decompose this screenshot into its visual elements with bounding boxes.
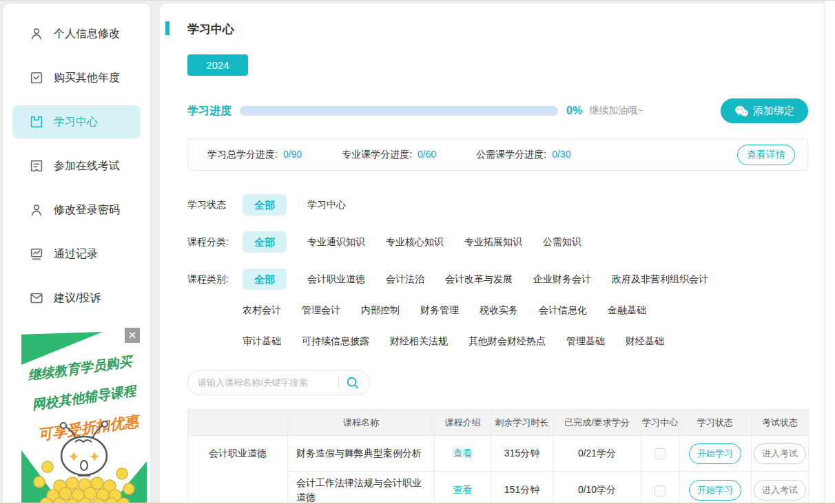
filter-option-all[interactable]: 全部 — [243, 231, 287, 253]
header-remaining-time: 剩余学习时长 — [491, 410, 553, 436]
sidebar-item-online-exam[interactable]: 参加在线考试 — [12, 149, 141, 182]
header-group — [188, 410, 288, 436]
filter-option[interactable]: 会计改革与发展 — [445, 269, 513, 290]
filter-option-all[interactable]: 全部 — [243, 194, 287, 216]
sidebar-menu: 个人信息修改 购买其他年度 学习中心 参加在线考试 修改登录密码 通过记录 建议… — [3, 3, 150, 320]
filter-option[interactable]: 审计基础 — [243, 330, 281, 352]
close-icon[interactable]: ✕ — [125, 328, 140, 343]
check-square-icon — [29, 70, 44, 85]
filter-option[interactable]: 其他财会财经热点 — [468, 330, 546, 352]
person-icon — [29, 202, 44, 218]
filter-option[interactable]: 专业核心知识 — [386, 231, 444, 253]
filter-option[interactable]: 会计职业道德 — [307, 269, 365, 290]
add-binding-button[interactable]: 添加绑定 — [721, 98, 808, 123]
select-course-checkbox[interactable] — [654, 485, 666, 496]
filter-study-status: 学习状态 全部 学习中心 — [187, 194, 808, 216]
course-name: 会计工作法律法规与会计职业道德 — [288, 472, 435, 504]
filter-option[interactable]: 管理基础 — [566, 330, 605, 352]
filter-option[interactable]: 专业通识知识 — [307, 231, 365, 253]
bookmark-icon — [29, 114, 44, 129]
start-study-button[interactable]: 开始学习 — [689, 480, 741, 501]
chart-icon — [29, 246, 44, 262]
filter-course-category: 课程类别: 全部 会计职业道德 会计法治 会计改革与发展 企业财务会计 政府及非… — [187, 269, 808, 352]
filter-option[interactable]: 内部控制 — [361, 300, 400, 321]
filter-option[interactable]: 金融基础 — [608, 300, 646, 321]
filter-course-classification: 课程分类: 全部 专业通识知识 专业核心知识 专业拓展知识 公需知识 — [187, 231, 808, 253]
scrollbar-track[interactable] — [824, 1, 835, 504]
header-exam-status: 考试状态 — [752, 410, 809, 436]
table-row: 会计职业道德 财务造假与舞弊典型案例分析 查看 315分钟 0/21学分 开始学… — [188, 436, 809, 472]
sidebar-item-feedback[interactable]: 建议/投诉 — [12, 282, 141, 315]
header-course-intro: 课程介绍 — [435, 410, 491, 436]
progress-percent: 0% — [566, 105, 582, 117]
stat-value: 0/90 — [283, 149, 302, 160]
sidebar-item-label: 参加在线考试 — [54, 159, 120, 174]
filter-option[interactable]: 专业拓展知识 — [464, 231, 522, 253]
document-icon — [29, 158, 44, 174]
remaining-time: 315分钟 — [491, 436, 553, 472]
envelope-icon — [29, 291, 44, 306]
sidebar-item-personal-info[interactable]: 个人信息修改 — [12, 17, 141, 50]
sidebar-item-label: 建议/投诉 — [54, 291, 101, 306]
header-course-name: 课程名称 — [288, 410, 435, 436]
filter-option[interactable]: 会计信息化 — [539, 300, 587, 321]
filter-option[interactable]: 企业财务会计 — [533, 269, 591, 290]
page-title: 学习中心 — [187, 21, 234, 37]
select-course-checkbox[interactable] — [654, 448, 666, 459]
sidebar-item-label: 个人信息修改 — [54, 27, 120, 41]
filter-option[interactable]: 农村会计 — [243, 300, 281, 321]
sidebar-item-buy-other-years[interactable]: 购买其他年度 — [12, 61, 141, 94]
promo-line-2: 网校其他辅导课程 — [21, 380, 147, 415]
filter-label: 学习状态 — [187, 194, 243, 216]
search-divider — [338, 377, 339, 389]
main-content: 学习中心 2024 学习进度 0% 继续加油哦~ 添加绑定 学习总学分进度: 0… — [160, 3, 824, 504]
filter-option[interactable]: 财务管理 — [420, 300, 459, 321]
search-input[interactable] — [198, 377, 331, 388]
sidebar-item-study-center[interactable]: 学习中心 — [12, 105, 141, 138]
stat-value: 0/60 — [418, 149, 436, 160]
remaining-time: 151分钟 — [491, 472, 553, 504]
total-credit-progress: 学习总学分进度: 0/90 — [207, 149, 302, 161]
filter-option[interactable]: 政府及非营利组织会计 — [612, 269, 708, 290]
sidebar-item-change-password[interactable]: 修改登录密码 — [12, 193, 141, 227]
search-icon[interactable] — [346, 376, 360, 390]
progress-section: 学习进度 0% 继续加油哦~ 添加绑定 — [187, 98, 808, 123]
course-name: 财务造假与舞弊典型案例分析 — [288, 436, 435, 472]
filter-option-all[interactable]: 全部 — [243, 269, 287, 290]
filter-option[interactable]: 可持续信息披露 — [302, 330, 369, 352]
stat-value: 0/30 — [552, 149, 570, 160]
filter-option[interactable]: 公需知识 — [543, 231, 581, 253]
add-binding-label: 添加绑定 — [753, 105, 794, 118]
enter-exam-button[interactable]: 进入考试 — [754, 480, 806, 501]
year-tab-2024[interactable]: 2024 — [187, 54, 248, 76]
filter-option[interactable]: 税收实务 — [480, 300, 518, 321]
professional-credit-progress: 专业课学分进度: 0/60 — [342, 149, 436, 161]
header-study-status: 学习状态 — [679, 410, 752, 436]
filter-label: 课程类别: — [187, 269, 243, 290]
wechat-icon — [734, 105, 748, 117]
view-details-button[interactable]: 查看详情 — [737, 145, 795, 165]
credit-progress-box: 学习总学分进度: 0/90 专业课学分进度: 0/60 公需课学分进度: 0/3… — [187, 138, 808, 171]
course-search — [187, 370, 370, 395]
filter-option[interactable]: 管理会计 — [302, 300, 340, 321]
public-credit-progress: 公需课学分进度: 0/30 — [476, 149, 570, 161]
filter-option[interactable]: 财经相关法规 — [390, 330, 448, 352]
stat-label: 公需课学分进度: — [476, 149, 546, 161]
filter-option[interactable]: 学习中心 — [307, 194, 346, 216]
sidebar-item-label: 购买其他年度 — [54, 71, 120, 85]
filter-option[interactable]: 会计法治 — [386, 269, 424, 290]
sidebar-item-label: 学习中心 — [54, 115, 98, 129]
stat-label: 学习总学分进度: — [207, 149, 278, 161]
sidebar-item-label: 通过记录 — [54, 247, 98, 262]
sidebar: 个人信息修改 购买其他年度 学习中心 参加在线考试 修改登录密码 通过记录 建议… — [3, 3, 150, 504]
view-intro-link[interactable]: 查看 — [453, 448, 473, 459]
view-intro-link[interactable]: 查看 — [453, 484, 473, 495]
enter-exam-button[interactable]: 进入考试 — [754, 443, 806, 464]
sidebar-item-pass-records[interactable]: 通过记录 — [12, 238, 141, 271]
progress-label: 学习进度 — [187, 104, 231, 118]
credits: 0/21学分 — [553, 436, 641, 472]
start-study-button[interactable]: 开始学习 — [689, 443, 741, 464]
progress-bar — [240, 106, 558, 116]
sidebar-item-label: 修改登录密码 — [54, 203, 120, 218]
filter-option[interactable]: 财经基础 — [626, 330, 664, 352]
